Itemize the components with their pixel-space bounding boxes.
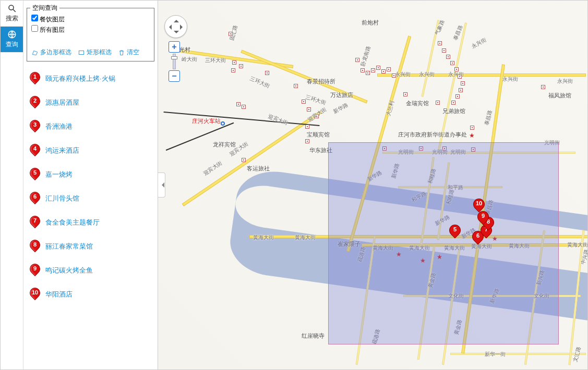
selection-rectangle[interactable] [328,142,559,344]
map-label: 红崖晓寺 [302,332,325,340]
globe-icon [7,30,17,39]
result-item[interactable]: 8丽江春家常菜馆 [27,235,154,258]
map-label: 庄河火车站 [192,117,221,125]
result-item[interactable]: 7食全食美主题餐厅 [27,211,154,235]
map-label: 三环大街 [205,57,226,64]
tab-query-label: 查询 [6,40,18,49]
result-link[interactable]: 华阳酒店 [45,290,73,299]
left-tab-rail: 搜索 查询 [1,1,23,369]
layer-option[interactable]: 餐饮图层 [31,15,150,24]
poi-icon [438,41,442,45]
spatial-query-box: 空间查询 餐饮图层 所有图层 多边形框选 矩形框选 [27,4,154,61]
poi-icon [242,105,246,109]
poi-icon [361,68,365,72]
map-label: 金瑞宾馆 [406,100,429,107]
result-link[interactable]: 源惠居酒屋 [45,98,79,107]
poi-icon [455,94,460,98]
pan-south[interactable] [174,31,179,36]
polygon-icon [31,49,39,56]
result-item[interactable]: 9鸣记碳火烤全鱼 [27,258,154,282]
tab-query[interactable]: 查询 [1,27,23,53]
pan-east[interactable] [180,24,185,30]
map-label: 永兴街 [419,71,435,78]
tab-search[interactable]: 搜索 [1,1,23,27]
zoom-slider-handle[interactable] [171,56,177,59]
pan-north[interactable] [174,17,179,22]
poi-icon [459,88,463,92]
app-root: 搜索 查询 空间查询 餐饮图层 所有图层 多 [0,0,588,370]
poi-icon [371,68,375,72]
result-link[interactable]: 鸣记碳火烤全鱼 [45,266,93,275]
result-link[interactable]: 嘉一烧烤 [45,170,73,179]
rect-select-tool[interactable]: 矩形框选 [78,48,112,57]
map-result-pin[interactable]: 5 [449,225,461,239]
map-canvas[interactable]: ★ ★ ★ ★ ★ 前炮村气象路泰昌路永兴街光村岭大街三环大街固汇路卧龙南路永兴… [158,1,587,369]
layer-checkbox-all[interactable] [31,25,38,32]
pan-control[interactable] [164,15,187,38]
result-link[interactable]: 鸿运来酒店 [45,146,79,155]
result-link[interactable]: 颐元春府兴楼上烤·火锅 [45,74,115,83]
trash-icon [118,49,125,56]
search-icon [7,4,17,13]
result-item[interactable]: 6汇川骨头馆 [27,187,154,211]
layer-checkbox-catering[interactable] [31,15,38,21]
result-link[interactable]: 丽江春家常菜馆 [45,242,93,251]
map-label: 黄海大街 [253,234,274,241]
zoom-control: + − [169,41,180,82]
map-label: 前炮村 [362,19,379,27]
poi-icon [451,101,455,105]
result-link[interactable]: 香洲渔港 [45,122,73,131]
poi-icon [442,48,446,53]
poi-icon [376,66,380,70]
polygon-select-tool[interactable]: 多边形框选 [31,48,71,57]
result-item[interactable]: 1颐元春府兴楼上烤·火锅 [27,67,154,91]
map-label: 光村 [179,46,190,54]
result-item[interactable]: 4鸿运来酒店 [27,139,154,163]
poi-icon [242,158,246,162]
result-marker-icon: 10 [30,288,40,301]
sidebar-panel: 空间查询 餐饮图层 所有图层 多边形框选 矩形框选 [23,1,158,369]
poi-icon [305,139,309,143]
result-marker-icon: 9 [30,264,40,277]
svg-line-1 [13,9,16,12]
poi-icon [541,85,545,89]
map-label: 永兴街 [502,76,518,83]
map-label: 永兴街 [395,71,411,78]
poi-icon [231,68,235,72]
layer-option[interactable]: 所有图层 [31,25,150,34]
poi-icon [436,101,440,105]
zoom-slider-track[interactable] [173,54,176,69]
selection-tools: 多边形框选 矩形框选 清空 [27,46,154,57]
result-marker-icon: 7 [30,216,40,229]
map-result-pin[interactable]: 10 [473,199,485,213]
map-label: 福凤旅馆 [548,92,571,100]
map-label: 永兴街 [557,78,573,85]
poi-icon [470,126,474,130]
collapse-sidebar-button[interactable] [158,172,165,198]
result-marker-icon: 4 [30,144,40,157]
clear-tool[interactable]: 清空 [118,48,139,57]
result-link[interactable]: 食全食美主题餐厅 [45,218,100,227]
results-list: 1颐元春府兴楼上烤·火锅2源惠居酒屋3香洲渔港4鸿运来酒店5嘉一烧烤6汇川骨头馆… [27,67,154,306]
result-marker-icon: 1 [30,72,40,85]
zoom-out-button[interactable]: − [169,70,180,82]
tab-search-label: 搜索 [6,14,18,23]
result-item[interactable]: 3香洲渔港 [27,115,154,139]
layer-checkboxes: 餐饮图层 所有图层 [27,13,154,36]
map-label: 黄海大街 [567,241,587,249]
poi-icon [232,60,236,65]
pan-west[interactable] [166,24,172,30]
result-item[interactable]: 5嘉一烧烤 [27,163,154,187]
result-marker-icon: 3 [30,120,40,133]
result-link[interactable]: 汇川骨头馆 [45,194,79,203]
zoom-in-button[interactable]: + [169,41,180,53]
map-label: 客运旅社 [247,165,270,172]
poi-icon [305,125,309,129]
poi-icon [366,71,370,75]
poi-icon [294,84,298,88]
result-item[interactable]: 2源惠居酒屋 [27,91,154,115]
svg-rect-3 [79,51,83,54]
poi-icon [239,64,243,68]
result-item[interactable]: 10华阳酒店 [27,282,154,306]
map-result-pin[interactable]: 9 [477,211,489,226]
